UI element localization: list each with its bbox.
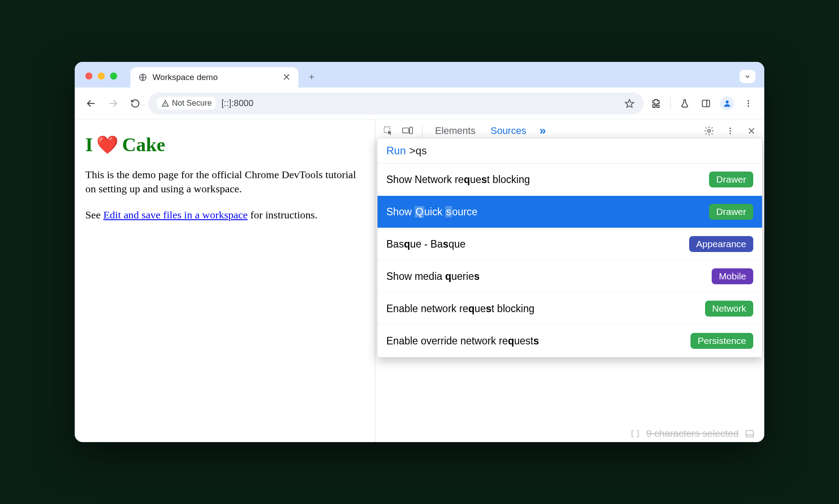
svg-point-11 xyxy=(729,130,731,131)
h1-prefix: I xyxy=(85,134,93,156)
devtools-panel: Elements Sources » Run xyxy=(375,119,764,442)
command-item[interactable]: Basque - BasqueAppearance xyxy=(378,228,762,260)
command-badge: Appearance xyxy=(689,236,753,252)
reload-button[interactable] xyxy=(126,94,145,113)
command-query: >qs xyxy=(409,145,427,157)
profile-button[interactable] xyxy=(718,95,736,112)
address-bar[interactable]: Not Secure [::]:8000 xyxy=(148,92,644,115)
kebab-icon[interactable] xyxy=(722,122,739,139)
command-input-row[interactable]: Run >qs xyxy=(378,138,762,164)
toolbar-separator xyxy=(670,97,671,110)
svg-rect-7 xyxy=(403,128,409,133)
command-run-label: Run xyxy=(386,145,406,157)
inspect-icon[interactable] xyxy=(380,122,397,139)
browser-window: Workspace demo ✕ Not Secure [::]:800 xyxy=(75,62,764,442)
layout-icon xyxy=(745,429,755,439)
browser-tab[interactable]: Workspace demo ✕ xyxy=(130,67,298,88)
svg-point-2 xyxy=(726,100,729,103)
forward-button[interactable] xyxy=(104,94,122,113)
para2-suffix: for instructions. xyxy=(248,209,317,221)
command-badge: Drawer xyxy=(709,172,753,187)
page-heading: I ❤️ Cake xyxy=(85,134,364,156)
device-toggle-icon[interactable] xyxy=(399,122,416,139)
extensions-button[interactable] xyxy=(647,95,665,112)
devtools-status-bar: 9 characters selected xyxy=(385,428,755,439)
url-text: [::]:8000 xyxy=(221,98,619,108)
command-label: Enable override network requests xyxy=(386,335,684,347)
tutorial-link[interactable]: Edit and save files in a workspace xyxy=(103,209,248,221)
labs-button[interactable] xyxy=(676,95,694,112)
command-label: Show media queries xyxy=(386,271,706,283)
command-badge: Persistence xyxy=(690,333,753,349)
content-area: I ❤️ Cake This is the demo page for the … xyxy=(75,119,764,442)
page-viewport: I ❤️ Cake This is the demo page for the … xyxy=(75,119,375,442)
command-item[interactable]: Enable network request blockingNetwork xyxy=(378,293,762,325)
command-item[interactable]: Show Network request blockingDrawer xyxy=(378,164,762,196)
security-chip[interactable]: Not Secure xyxy=(157,97,216,110)
svg-point-10 xyxy=(729,127,731,129)
svg-rect-1 xyxy=(702,100,710,107)
toolbar: Not Secure [::]:8000 xyxy=(75,88,764,119)
tab-strip: Workspace demo ✕ xyxy=(75,62,764,88)
svg-point-12 xyxy=(729,133,731,134)
h1-suffix: Cake xyxy=(122,134,165,156)
more-tabs-button[interactable]: » xyxy=(535,124,550,137)
side-panel-button[interactable] xyxy=(697,95,715,112)
command-badge: Drawer xyxy=(709,204,753,220)
dt-separator xyxy=(422,124,423,137)
command-label: Show Quick source xyxy=(386,206,703,218)
minimize-window-button[interactable] xyxy=(98,73,105,80)
page-para-2: See Edit and save files in a workspace f… xyxy=(85,208,364,222)
back-button[interactable] xyxy=(82,94,100,113)
svg-point-9 xyxy=(708,130,710,132)
close-tab-icon[interactable]: ✕ xyxy=(282,72,290,83)
page-para-1: This is the demo page for the official C… xyxy=(85,168,364,196)
security-text: Not Secure xyxy=(172,99,212,108)
command-label: Enable network request blocking xyxy=(386,303,699,315)
svg-point-3 xyxy=(747,100,749,101)
svg-point-5 xyxy=(747,105,749,107)
command-list: Show Network request blockingDrawerShow … xyxy=(378,164,762,357)
close-window-button[interactable] xyxy=(85,73,92,80)
status-text: 9 characters selected xyxy=(646,428,739,439)
command-badge: Network xyxy=(705,301,753,317)
command-item[interactable]: Show media queriesMobile xyxy=(378,260,762,293)
new-tab-button[interactable] xyxy=(303,68,320,86)
tabstrip-chevron-button[interactable] xyxy=(740,70,755,83)
window-controls xyxy=(85,73,117,80)
command-menu: Run >qs Show Network request blockingDra… xyxy=(377,138,763,358)
tab-title: Workspace demo xyxy=(153,73,277,82)
command-item[interactable]: Enable override network requestsPersiste… xyxy=(378,325,762,357)
command-badge: Mobile xyxy=(712,268,753,284)
command-item[interactable]: Show Quick sourceDrawer xyxy=(378,196,762,228)
svg-point-4 xyxy=(747,103,749,104)
svg-rect-13 xyxy=(746,431,754,437)
svg-rect-8 xyxy=(410,127,413,134)
close-devtools-icon[interactable] xyxy=(743,122,760,139)
heart-icon: ❤️ xyxy=(96,134,118,155)
maximize-window-button[interactable] xyxy=(110,73,117,80)
command-label: Basque - Basque xyxy=(386,238,683,250)
para2-prefix: See xyxy=(85,209,103,221)
command-label: Show Network request blocking xyxy=(386,174,703,186)
menu-button[interactable] xyxy=(740,95,757,112)
brackets-icon xyxy=(630,429,640,439)
gear-icon[interactable] xyxy=(701,122,717,139)
bookmark-icon[interactable] xyxy=(624,98,635,109)
globe-icon xyxy=(138,73,147,82)
